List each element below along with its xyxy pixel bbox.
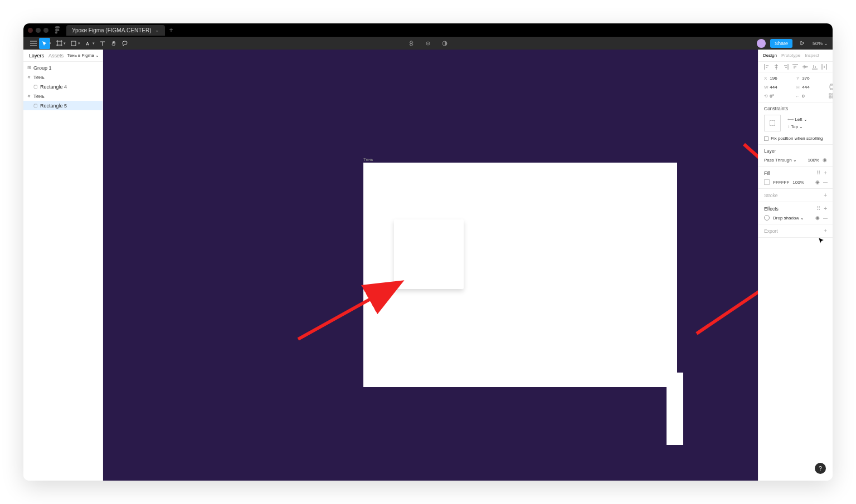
add-fill-button[interactable]: + (824, 170, 827, 176)
tab-assets[interactable]: Assets (46, 51, 66, 61)
tab-inspect[interactable]: Inspect (805, 53, 819, 58)
align-vcenter-icon[interactable] (802, 64, 808, 70)
boolean-icon[interactable] (439, 38, 450, 49)
chevron-down-icon: ⌄ (800, 216, 804, 221)
text-tool[interactable] (97, 38, 108, 49)
radius-field[interactable]: ⌐ 0 (796, 94, 828, 99)
effect-row[interactable]: Drop shadow ⌄ ◉ — (764, 215, 827, 221)
layer-label: Тень (33, 94, 45, 99)
fill-swatch[interactable] (764, 179, 770, 185)
shape-tool[interactable] (68, 38, 79, 49)
constraint-v-select[interactable]: ↕ Top ⌄ (787, 124, 808, 129)
blend-mode-select[interactable]: Pass Through ⌄ (764, 158, 797, 163)
layer-rectangle-selected[interactable]: ▢Rectangle 5 (23, 101, 103, 110)
share-button[interactable]: Share (770, 39, 792, 48)
svg-rect-14 (829, 94, 831, 95)
help-button[interactable]: ? (815, 463, 826, 474)
comment-tool[interactable] (119, 38, 130, 49)
pen-tool[interactable] (82, 38, 94, 49)
zoom-level[interactable]: 50%⌄ (813, 41, 828, 46)
styles-icon[interactable]: ⠿ (816, 205, 820, 212)
chevron-down-icon: ⌄ (799, 124, 803, 129)
frame-tool[interactable] (54, 38, 65, 49)
chevron-down-icon[interactable]: ▾ (64, 41, 66, 46)
add-effect-button[interactable]: + (824, 205, 827, 212)
tab-layers[interactable]: Layers (27, 51, 46, 61)
add-export-button[interactable]: + (824, 228, 827, 234)
layer-rectangle[interactable]: ▢Rectangle 4 (23, 82, 103, 91)
fix-position-checkbox[interactable]: Fix position when scrolling (764, 136, 827, 141)
mask-icon[interactable] (422, 38, 434, 49)
layer-frame[interactable]: #Тень (23, 91, 103, 101)
tab-prototype[interactable]: Prototype (781, 53, 800, 58)
visibility-icon[interactable]: ◉ (815, 179, 820, 185)
effect-type-select[interactable]: Drop shadow ⌄ (773, 216, 804, 221)
align-top-icon[interactable] (792, 64, 798, 70)
fill-opacity[interactable]: 100% (792, 180, 804, 185)
align-right-icon[interactable] (783, 64, 789, 70)
add-stroke-button[interactable]: + (824, 192, 827, 198)
chevron-down-icon[interactable]: ▾ (93, 41, 95, 46)
align-hcenter-icon[interactable] (774, 64, 779, 70)
styles-icon[interactable]: ⠿ (816, 170, 820, 176)
hand-tool[interactable] (108, 38, 119, 49)
left-panel-tabs: Layers Assets Тень в Figma ⌄ (23, 50, 103, 62)
layer-frame[interactable]: #Тень (23, 72, 103, 82)
move-tool[interactable] (39, 38, 50, 49)
tab-design[interactable]: Design (763, 53, 777, 58)
checkbox-label: Fix position when scrolling (771, 136, 823, 141)
export-section: Export+ (758, 224, 833, 238)
svg-rect-1 (71, 41, 76, 46)
present-button[interactable] (797, 38, 808, 49)
minimize-icon[interactable] (36, 28, 41, 33)
section-title: Export (764, 228, 778, 234)
chevron-down-icon[interactable]: ▾ (78, 41, 80, 46)
align-bottom-icon[interactable] (812, 64, 818, 70)
fill-hex[interactable]: FFFFFF (773, 180, 789, 185)
maximize-icon[interactable] (43, 28, 48, 33)
constraint-h-select[interactable]: ⟷ Left ⌄ (787, 117, 808, 122)
constraints-widget[interactable] (764, 115, 781, 131)
frame-icon: # (27, 94, 31, 99)
zoom-value: 50% (813, 41, 823, 46)
canvas-frame-label[interactable]: Тень (363, 157, 373, 162)
component-icon[interactable] (406, 38, 417, 49)
effect-settings-icon[interactable] (764, 215, 770, 221)
independent-corners-icon[interactable] (829, 93, 833, 99)
svg-point-0 (57, 29, 60, 31)
chevron-down-icon: ⌄ (793, 158, 797, 163)
layer-list: ⊞Group 1 #Тень ▢Rectangle 4 #Тень ▢Recta… (23, 62, 103, 111)
visibility-icon[interactable]: ◉ (823, 157, 827, 163)
svg-point-5 (427, 43, 429, 44)
annotation-arrow-3 (738, 139, 758, 244)
new-tab-button[interactable]: + (169, 26, 173, 34)
distribute-icon[interactable] (821, 64, 827, 70)
w-field[interactable]: W 444 (764, 85, 795, 90)
canvas-rectangle-shadow[interactable] (394, 219, 464, 289)
toolbar-center (406, 38, 450, 49)
x-field[interactable]: X 196 (764, 76, 795, 81)
layer-group[interactable]: ⊞Group 1 (23, 63, 103, 72)
page-name: Тень в Figma (67, 53, 94, 58)
align-left-icon[interactable] (764, 64, 770, 70)
close-icon[interactable] (28, 28, 33, 33)
remove-effect-button[interactable]: — (823, 216, 827, 221)
titlebar: Уроки Figma (FIGMA.CENTER) ⌄ + (23, 23, 833, 37)
document-tab[interactable]: Уроки Figma (FIGMA.CENTER) ⌄ (66, 25, 165, 36)
visibility-icon[interactable]: ◉ (815, 215, 820, 221)
opacity-field[interactable]: 100% (808, 158, 819, 163)
canvas[interactable]: Тень (103, 50, 758, 481)
menu-button[interactable] (28, 38, 39, 49)
page-select[interactable]: Тень в Figma ⌄ (67, 53, 99, 58)
tab-title: Уроки Figma (FIGMA.CENTER) (72, 27, 152, 33)
remove-fill-button[interactable]: — (823, 179, 827, 185)
chevron-down-icon[interactable]: ▾ (49, 41, 51, 46)
avatar[interactable] (757, 39, 766, 48)
constrain-proportions-icon[interactable] (829, 83, 833, 91)
y-field[interactable]: Y 376 (796, 76, 828, 81)
transform-section: X 196 Y 376 W 444 H 444 ⟲ 0° ⌐ 0 (758, 72, 833, 102)
h-field[interactable]: H 444 (796, 85, 828, 90)
chevron-down-icon[interactable]: ⌄ (155, 27, 159, 33)
rotation-field[interactable]: ⟲ 0° (764, 94, 795, 99)
rectangle-icon: ▢ (33, 104, 38, 108)
